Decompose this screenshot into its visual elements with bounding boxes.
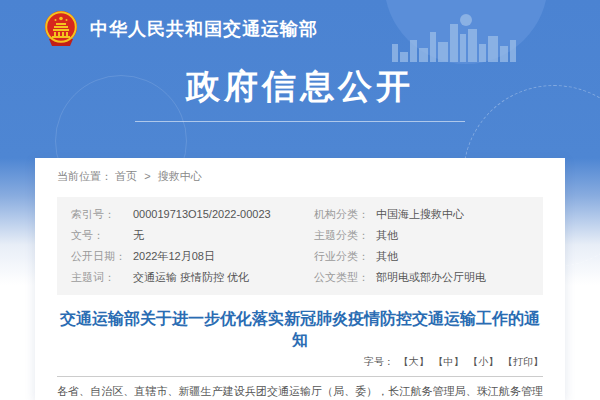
document-body: 各省、自治区、直辖市、新疆生产建设兵团交通运输厅（局、委），长江航务管理局、珠江…	[57, 384, 543, 400]
content-card: 当前位置： 首页 > 搜救中心 索引号： 000019713O15/2022-0…	[35, 158, 565, 400]
breadcrumb-separator: >	[144, 170, 150, 182]
metadata-row: 机构分类： 中国海上搜救中心	[300, 204, 543, 225]
print-button[interactable]: 【打印】	[503, 356, 543, 367]
site-name: 中华人民共和国交通运输部	[90, 17, 318, 41]
breadcrumb-link-home[interactable]: 首页	[115, 170, 137, 182]
breadcrumb-label: 当前位置：	[57, 170, 112, 182]
banner: 政府信息公开	[0, 64, 600, 122]
metadata-row: 主题词： 交通运输 疫情防控 优化	[57, 267, 300, 288]
metadata-label: 行业分类：	[314, 246, 376, 267]
metadata-value: 中国海上搜救中心	[376, 204, 464, 225]
font-size-controls: 字号： 【大】 【中】 【小】 【打印】	[57, 355, 543, 377]
metadata-label: 公开日期：	[71, 246, 133, 267]
metadata-label: 索引号：	[71, 204, 133, 225]
metadata-value: 交通运输 疫情防控 优化	[133, 267, 249, 288]
metadata-value: 无	[133, 225, 144, 246]
metadata-panel: 索引号： 000019713O15/2022-00023 文号： 无 公开日期：…	[57, 197, 543, 295]
font-size-large-button[interactable]: 【大】	[399, 356, 429, 367]
paragraph-salutation: 各省、自治区、直辖市、新疆生产建设兵团交通运输厅（局、委），长江航务管理局、珠江…	[57, 384, 543, 400]
banner-underline	[135, 121, 465, 122]
metadata-value: 其他	[376, 246, 398, 267]
metadata-value: 000019713O15/2022-00023	[133, 204, 271, 225]
document-title: 交通运输部关于进一步优化落实新冠肺炎疫情防控交通运输工作的通知	[57, 308, 543, 350]
metadata-row: 主题分类： 其他	[300, 225, 543, 246]
metadata-value: 其他	[376, 225, 398, 246]
national-emblem-icon	[42, 9, 80, 49]
font-size-small-button[interactable]: 【小】	[468, 356, 498, 367]
metadata-row: 文号： 无	[57, 225, 300, 246]
font-size-label: 字号：	[364, 356, 394, 367]
page: 中华人民共和国交通运输部 政府信息公开 当前位置： 首页 > 搜救中心 索引号：…	[0, 0, 600, 400]
metadata-label: 机构分类：	[314, 204, 376, 225]
breadcrumb-link-rescue-center[interactable]: 搜救中心	[158, 170, 202, 182]
site-header-logo[interactable]: 中华人民共和国交通运输部	[42, 9, 318, 49]
metadata-row: 索引号： 000019713O15/2022-00023	[57, 204, 300, 225]
breadcrumb: 当前位置： 首页 > 搜救中心	[57, 158, 543, 184]
metadata-label: 主题词：	[71, 267, 133, 288]
metadata-value: 部明电或部办公厅明电	[376, 267, 486, 288]
metadata-label: 文号：	[71, 225, 133, 246]
metadata-value: 2022年12月08日	[133, 246, 215, 267]
metadata-label: 公文类型：	[314, 267, 376, 288]
metadata-row: 公开日期： 2022年12月08日	[57, 246, 300, 267]
banner-title: 政府信息公开	[0, 64, 600, 110]
metadata-right-column: 机构分类： 中国海上搜救中心 主题分类： 其他 行业分类： 其他 公文类型： 部…	[300, 204, 543, 288]
metadata-row: 公文类型： 部明电或部办公厅明电	[300, 267, 543, 288]
metadata-left-column: 索引号： 000019713O15/2022-00023 文号： 无 公开日期：…	[57, 204, 300, 288]
metadata-label: 主题分类：	[314, 225, 376, 246]
city-skyline-decoration	[378, 0, 558, 70]
metadata-row: 行业分类： 其他	[300, 246, 543, 267]
font-size-medium-button[interactable]: 【中】	[433, 356, 463, 367]
